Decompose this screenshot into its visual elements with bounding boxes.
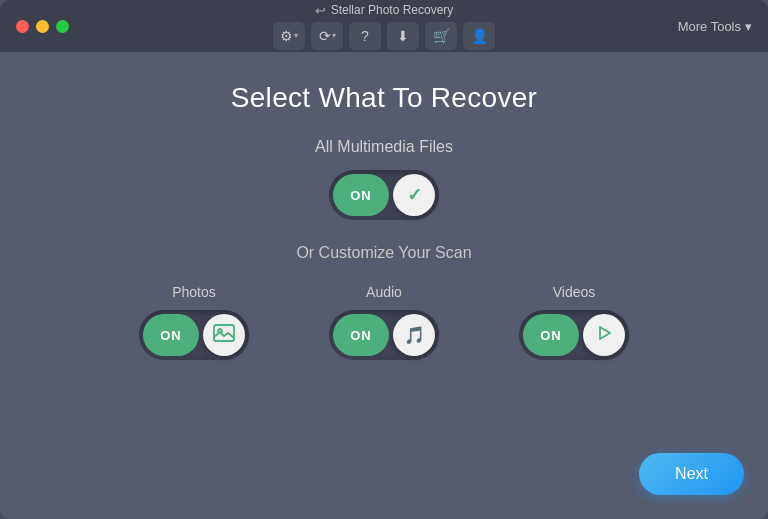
help-icon-btn[interactable]: ? (349, 22, 381, 50)
history-icon-btn[interactable]: ⟳ ▾ (311, 22, 343, 50)
photos-toggle-label: ON (160, 328, 182, 343)
more-tools-button[interactable]: More Tools ▾ (678, 19, 752, 34)
audio-note-icon: 🎵 (404, 325, 425, 346)
maximize-button[interactable] (56, 20, 69, 33)
photos-toggle-track: ON (143, 314, 199, 356)
videos-toggle[interactable]: ON (519, 310, 629, 360)
audio-toggle-thumb: 🎵 (393, 314, 435, 356)
toolbar-icons-row: ⚙ ▾ ⟳ ▾ ? ⬇ 🛒 👤 (273, 22, 495, 50)
audio-toggle-track: ON (333, 314, 389, 356)
audio-toggle[interactable]: ON 🎵 (329, 310, 439, 360)
settings-icon-btn[interactable]: ⚙ ▾ (273, 22, 305, 50)
videos-toggle-track: ON (523, 314, 579, 356)
audio-toggle-label: ON (350, 328, 372, 343)
toggle-on-track: ON (333, 174, 389, 216)
check-icon: ✓ (407, 184, 422, 206)
account-icon-btn[interactable]: 👤 (463, 22, 495, 50)
page-title: Select What To Recover (231, 82, 537, 114)
svg-marker-2 (600, 327, 610, 339)
app-title-row: ↩ Stellar Photo Recovery (315, 3, 454, 18)
all-multimedia-label: All Multimedia Files (315, 138, 453, 156)
all-multimedia-toggle[interactable]: ON ✓ (329, 170, 439, 220)
minimize-button[interactable] (36, 20, 49, 33)
customize-row: Photos ON (139, 284, 629, 360)
history-icon: ⟳ (319, 28, 331, 44)
cart-icon: 🛒 (433, 28, 450, 44)
svg-rect-0 (214, 325, 234, 341)
next-button[interactable]: Next (639, 453, 744, 495)
customize-label: Or Customize Your Scan (296, 244, 471, 262)
main-content: Select What To Recover All Multimedia Fi… (0, 52, 768, 519)
photos-item: Photos ON (139, 284, 249, 360)
back-arrow-icon: ↩ (315, 3, 326, 18)
audio-label: Audio (366, 284, 402, 300)
cart-icon-btn[interactable]: 🛒 (425, 22, 457, 50)
videos-toggle-label: ON (540, 328, 562, 343)
history-dropdown-arrow: ▾ (332, 31, 336, 40)
more-tools-label: More Tools (678, 19, 741, 34)
audio-item: Audio ON 🎵 (329, 284, 439, 360)
photos-label: Photos (172, 284, 216, 300)
play-icon (595, 324, 613, 346)
download-icon-btn[interactable]: ⬇ (387, 22, 419, 50)
settings-icon: ⚙ (280, 28, 293, 44)
toggle-thumb: ✓ (393, 174, 435, 216)
videos-label: Videos (553, 284, 596, 300)
settings-dropdown-arrow: ▾ (294, 31, 298, 40)
app-name-label: Stellar Photo Recovery (331, 3, 454, 17)
close-button[interactable] (16, 20, 29, 33)
account-icon: 👤 (471, 28, 488, 44)
traffic-lights (16, 20, 69, 33)
download-icon: ⬇ (397, 28, 409, 44)
videos-item: Videos ON (519, 284, 629, 360)
help-icon: ? (361, 28, 369, 44)
title-bar: ↩ Stellar Photo Recovery ⚙ ▾ ⟳ ▾ ? ⬇ (0, 0, 768, 52)
title-center-area: ↩ Stellar Photo Recovery ⚙ ▾ ⟳ ▾ ? ⬇ (273, 3, 495, 50)
photos-toggle[interactable]: ON (139, 310, 249, 360)
more-tools-arrow-icon: ▾ (745, 19, 752, 34)
app-window: ↩ Stellar Photo Recovery ⚙ ▾ ⟳ ▾ ? ⬇ (0, 0, 768, 519)
toggle-on-label: ON (350, 188, 372, 203)
videos-toggle-thumb (583, 314, 625, 356)
photos-toggle-thumb (203, 314, 245, 356)
photo-icon (213, 324, 235, 346)
